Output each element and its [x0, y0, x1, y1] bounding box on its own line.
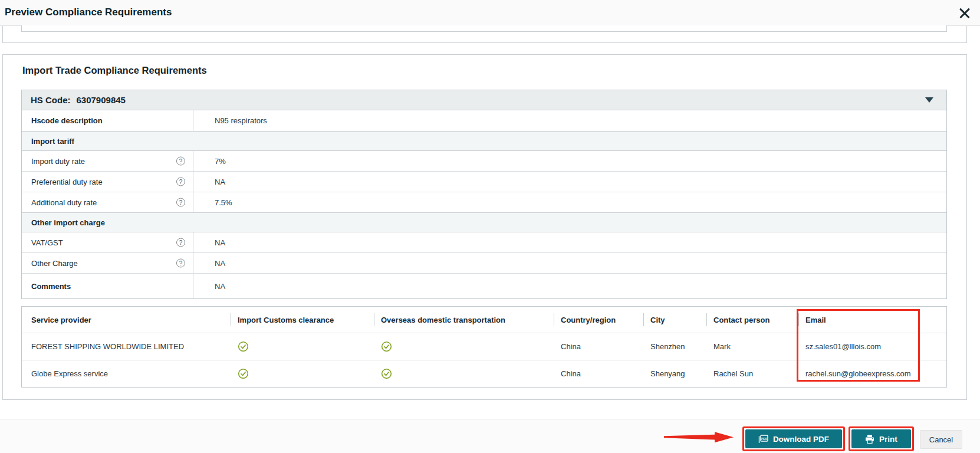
- provider-city: Shenzhen: [643, 333, 706, 360]
- help-icon[interactable]: ?: [176, 259, 185, 268]
- column-header: Service provider: [22, 307, 231, 333]
- column-header: Country/region: [554, 307, 643, 333]
- print-highlight-annotation: Print: [849, 426, 914, 451]
- import-requirements-card: Import Trade Compliance Requirements HS …: [2, 54, 967, 400]
- hs-code-label: HS Code:: [31, 95, 71, 105]
- table-row: Import duty rate ? 7%: [22, 151, 946, 172]
- check-circle-icon: [238, 368, 249, 379]
- table-row: Comments NA: [22, 274, 946, 298]
- column-header: Overseas domestic transportation: [374, 307, 554, 333]
- table-section-row: Import tariff: [22, 131, 946, 151]
- row-value: NA: [193, 178, 225, 186]
- svg-text:PDF: PDF: [761, 436, 768, 440]
- row-value: 7.5%: [193, 198, 232, 207]
- row-value: NA: [193, 238, 225, 247]
- table-row: VAT/GST ? NA: [22, 232, 946, 253]
- column-header: Email: [798, 307, 946, 333]
- provider-contact: Mark: [706, 333, 798, 360]
- print-button[interactable]: Print: [851, 429, 911, 448]
- download-pdf-button[interactable]: PDF Download PDF: [745, 429, 842, 448]
- row-label: Additional duty rate: [31, 198, 97, 207]
- row-label: Hscode description: [22, 110, 193, 131]
- table-row: Hscode description N95 respirators: [22, 110, 946, 132]
- table-row: Preferential duty rate ? NA: [22, 172, 946, 192]
- chevron-down-icon[interactable]: [925, 97, 933, 103]
- provider-country: China: [554, 360, 643, 387]
- row-label: Preferential duty rate: [31, 178, 103, 186]
- row-label: Comments: [22, 274, 193, 298]
- download-pdf-label: Download PDF: [773, 435, 829, 444]
- provider-name: Globe Express service: [22, 360, 231, 387]
- service-providers-table: Service provider Import Customs clearanc…: [21, 306, 947, 388]
- section-title: Import Trade Compliance Requirements: [22, 65, 207, 76]
- hs-code-value: 6307909845: [77, 95, 126, 105]
- help-icon[interactable]: ?: [176, 198, 185, 207]
- printer-icon: [865, 435, 874, 444]
- column-header: City: [643, 307, 706, 333]
- row-label: Import duty rate: [31, 157, 85, 166]
- table-row: Other Charge ? NA: [22, 253, 946, 274]
- table-row: Additional duty rate ? 7.5%: [22, 192, 946, 213]
- close-icon[interactable]: [959, 7, 971, 19]
- modal-header: Preview Compliance Requirements: [0, 0, 980, 26]
- provider-name: FOREST SHIPPING WORLDWIDE LIMITED: [22, 333, 231, 360]
- provider-email: sz.sales01@lllois.com: [798, 333, 946, 360]
- provider-country: China: [554, 333, 643, 360]
- table-row: FOREST SHIPPING WORLDWIDE LIMITED China …: [22, 333, 946, 360]
- check-circle-icon: [381, 368, 392, 379]
- column-header: Import Customs clearance: [231, 307, 374, 333]
- hs-code-accordion-header[interactable]: HS Code: 6307909845: [22, 90, 946, 110]
- row-value: N95 respirators: [193, 116, 267, 125]
- row-value: 7%: [193, 157, 226, 166]
- download-pdf-highlight-annotation: PDF Download PDF: [742, 426, 845, 451]
- row-value: NA: [193, 282, 225, 291]
- row-value: NA: [193, 259, 225, 268]
- provider-email: rachel.sun@globeexpress.com: [798, 360, 946, 387]
- table-header-row: Service provider Import Customs clearanc…: [22, 307, 946, 333]
- hs-code-table: HS Code: 6307909845 Hscode description N…: [21, 90, 947, 299]
- column-header: Contact person: [706, 307, 798, 333]
- help-icon[interactable]: ?: [176, 238, 185, 247]
- help-icon[interactable]: ?: [176, 157, 185, 166]
- check-circle-icon: [381, 341, 392, 352]
- previous-section-card-partial: [2, 26, 967, 43]
- pdf-file-icon: PDF: [758, 435, 768, 444]
- print-label: Print: [879, 435, 897, 444]
- cancel-button[interactable]: Cancel: [920, 430, 962, 449]
- preview-compliance-modal: { "modal": { "title": "Preview Complianc…: [0, 0, 980, 453]
- table-row: Globe Express service China Shenyang Rac…: [22, 360, 946, 387]
- help-icon[interactable]: ?: [176, 178, 185, 186]
- provider-contact: Rachel Sun: [706, 360, 798, 387]
- table-section-row: Other import charge: [22, 212, 946, 232]
- row-label: Other Charge: [31, 259, 78, 268]
- row-label: VAT/GST: [31, 238, 63, 247]
- check-circle-icon: [238, 341, 249, 352]
- provider-city: Shenyang: [643, 360, 706, 387]
- modal-title: Preview Compliance Requirements: [5, 6, 172, 18]
- previous-table-fragment: [21, 25, 947, 32]
